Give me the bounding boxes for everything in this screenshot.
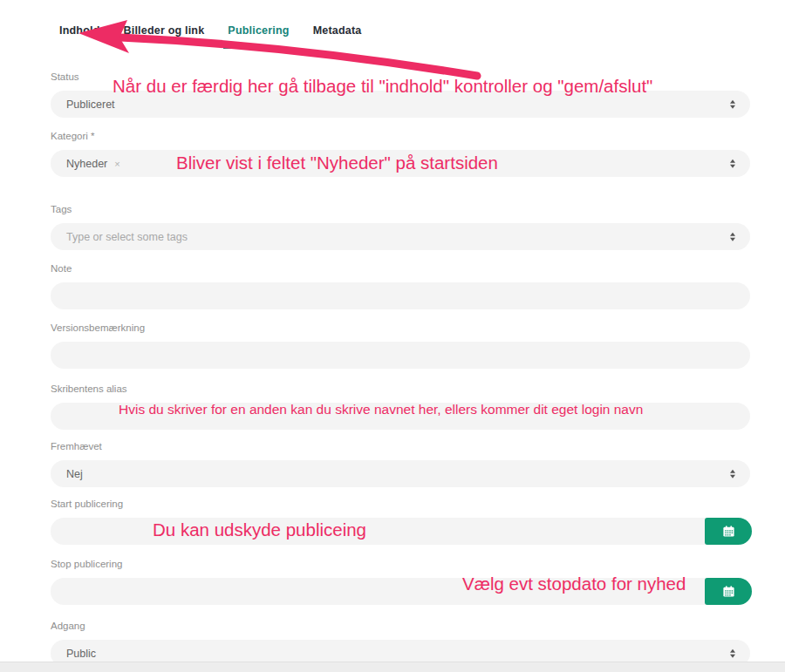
versionsbemaerkning-input[interactable] (51, 342, 750, 369)
kategori-tag: Nyheder (66, 158, 107, 170)
footer-bar (0, 662, 785, 672)
annotation-tab-note: Når du er færdig her gå tilbage til "ind… (113, 76, 652, 97)
annotation-start-note: Du kan udskyde publiceing (153, 519, 366, 540)
annotation-kategori-note: Bliver vist i feltet "Nyheder" på starts… (176, 153, 498, 173)
field-row-versionsbemaerkning: Versionsbemærkning (51, 322, 750, 369)
start-publicering-label: Start publicering (51, 499, 750, 511)
dropdown-arrows-icon (730, 469, 737, 479)
publishing-form-page: Indhold Billeder og link Publicering Met… (0, 0, 785, 672)
stop-publicering-label: Stop publicering (51, 559, 750, 571)
versionsbemaerkning-label: Versionsbemærkning (51, 322, 750, 335)
kategori-label: Kategori * (51, 131, 750, 143)
tab-bar: Indhold Billeder og link Publicering Met… (59, 24, 361, 42)
field-row-adgang: Adgang Public (51, 621, 750, 667)
dropdown-arrows-icon (730, 99, 737, 109)
field-row-note: Note (51, 263, 750, 309)
adgang-label: Adgang (51, 621, 750, 633)
annotation-alias-note: Hvis du skriver for en anden kan du skri… (119, 402, 643, 417)
skribentens-alias-label: Skribentens alias (51, 384, 750, 396)
note-input[interactable] (51, 282, 750, 309)
tab-metadata[interactable]: Metadata (313, 24, 362, 42)
remove-tag-icon[interactable]: × (114, 159, 119, 169)
dropdown-arrows-icon (730, 648, 737, 658)
tab-billeder-og-link[interactable]: Billeder og link (124, 24, 205, 42)
calendar-icon (722, 525, 735, 538)
dropdown-arrows-icon (730, 232, 737, 241)
note-label: Note (51, 263, 750, 275)
annotation-stop-note: Vælg evt stopdato for nyhed (462, 574, 686, 594)
tab-indhold[interactable]: Indhold (59, 24, 100, 42)
start-date-picker-button[interactable] (705, 518, 752, 545)
field-row-fremhaevet: Fremhævet Nej (51, 441, 750, 487)
fremhaevet-value: Nej (66, 468, 83, 480)
field-row-tags: Tags Type or select some tags (51, 204, 750, 250)
stop-date-picker-button[interactable] (705, 578, 752, 605)
fremhaevet-label: Fremhævet (51, 441, 750, 453)
calendar-icon (722, 585, 735, 598)
adgang-value: Public (66, 648, 96, 660)
tags-placeholder: Type or select some tags (66, 231, 188, 243)
tags-label: Tags (51, 204, 750, 216)
dropdown-arrows-icon (730, 159, 737, 168)
tab-publicering[interactable]: Publicering (228, 24, 289, 42)
fremhaevet-select[interactable]: Nej (51, 460, 750, 487)
status-value: Publiceret (66, 98, 115, 111)
tags-input[interactable]: Type or select some tags (51, 223, 750, 250)
